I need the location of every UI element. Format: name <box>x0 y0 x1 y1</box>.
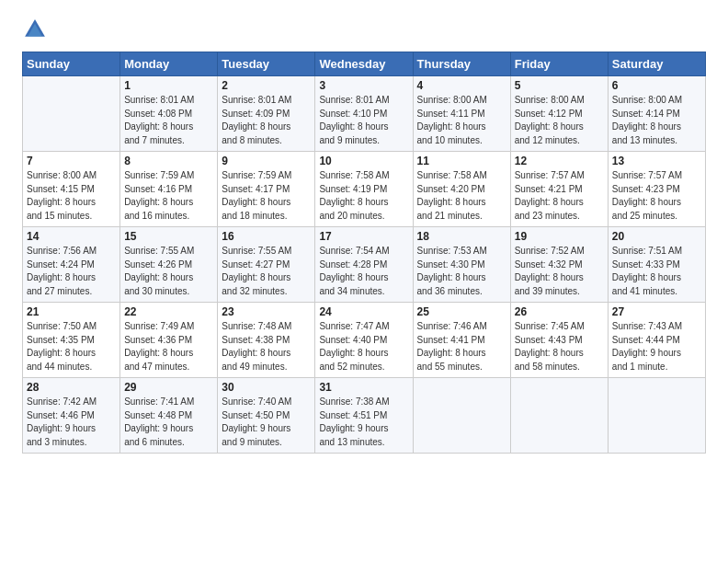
calendar-header-row: SundayMondayTuesdayWednesdayThursdayFrid… <box>23 52 706 76</box>
cell-info: Sunrise: 7:46 AM Sunset: 4:41 PM Dayligh… <box>417 320 506 373</box>
cell-info: Sunrise: 8:00 AM Sunset: 4:11 PM Dayligh… <box>417 94 506 147</box>
calendar-week-row: 7Sunrise: 8:00 AM Sunset: 4:15 PM Daylig… <box>23 152 706 227</box>
calendar-cell: 25Sunrise: 7:46 AM Sunset: 4:41 PM Dayli… <box>413 303 510 378</box>
calendar-week-row: 28Sunrise: 7:42 AM Sunset: 4:46 PM Dayli… <box>23 378 706 454</box>
calendar-cell: 1Sunrise: 8:01 AM Sunset: 4:08 PM Daylig… <box>120 76 218 152</box>
calendar-cell <box>413 378 510 454</box>
calendar-cell: 23Sunrise: 7:48 AM Sunset: 4:38 PM Dayli… <box>218 303 315 378</box>
cell-info: Sunrise: 7:40 AM Sunset: 4:50 PM Dayligh… <box>222 396 311 449</box>
day-number: 27 <box>612 305 701 318</box>
cell-info: Sunrise: 7:59 AM Sunset: 4:16 PM Dayligh… <box>124 169 213 223</box>
day-number: 23 <box>222 305 311 318</box>
cell-info: Sunrise: 7:52 AM Sunset: 4:32 PM Dayligh… <box>515 245 604 298</box>
day-number: 28 <box>27 381 116 394</box>
cell-info: Sunrise: 7:48 AM Sunset: 4:38 PM Dayligh… <box>222 320 311 373</box>
calendar-table: SundayMondayTuesdayWednesdayThursdayFrid… <box>22 52 706 454</box>
weekday-header: Tuesday <box>218 52 315 76</box>
day-number: 2 <box>222 79 311 92</box>
day-number: 11 <box>417 155 506 167</box>
day-number: 26 <box>515 305 604 318</box>
calendar-week-row: 1Sunrise: 8:01 AM Sunset: 4:08 PM Daylig… <box>23 76 706 152</box>
cell-info: Sunrise: 7:57 AM Sunset: 4:21 PM Dayligh… <box>515 169 604 223</box>
cell-info: Sunrise: 7:59 AM Sunset: 4:17 PM Dayligh… <box>222 169 311 223</box>
calendar-cell: 9Sunrise: 7:59 AM Sunset: 4:17 PM Daylig… <box>218 152 315 227</box>
day-number: 12 <box>515 155 604 167</box>
cell-info: Sunrise: 7:38 AM Sunset: 4:51 PM Dayligh… <box>319 396 408 449</box>
weekday-header: Monday <box>120 52 218 76</box>
day-number: 3 <box>319 79 408 92</box>
day-number: 13 <box>612 155 701 167</box>
calendar-cell: 8Sunrise: 7:59 AM Sunset: 4:16 PM Daylig… <box>120 152 218 227</box>
day-number: 30 <box>222 381 311 394</box>
calendar-cell: 10Sunrise: 7:58 AM Sunset: 4:19 PM Dayli… <box>315 152 413 227</box>
day-number: 15 <box>124 230 213 243</box>
day-number: 4 <box>417 79 506 92</box>
day-number: 6 <box>612 79 701 92</box>
cell-info: Sunrise: 7:43 AM Sunset: 4:44 PM Dayligh… <box>612 320 701 373</box>
calendar-cell: 4Sunrise: 8:00 AM Sunset: 4:11 PM Daylig… <box>413 76 510 152</box>
calendar-cell: 22Sunrise: 7:49 AM Sunset: 4:36 PM Dayli… <box>120 303 218 378</box>
calendar-cell: 11Sunrise: 7:58 AM Sunset: 4:20 PM Dayli… <box>413 152 510 227</box>
cell-info: Sunrise: 7:42 AM Sunset: 4:46 PM Dayligh… <box>27 396 116 449</box>
day-number: 16 <box>222 230 311 243</box>
calendar-cell: 13Sunrise: 7:57 AM Sunset: 4:23 PM Dayli… <box>608 152 705 227</box>
weekday-header: Thursday <box>413 52 510 76</box>
cell-info: Sunrise: 7:41 AM Sunset: 4:48 PM Dayligh… <box>124 396 213 449</box>
cell-info: Sunrise: 8:01 AM Sunset: 4:09 PM Dayligh… <box>222 94 311 147</box>
calendar-cell: 16Sunrise: 7:55 AM Sunset: 4:27 PM Dayli… <box>218 227 315 303</box>
weekday-header: Saturday <box>608 52 705 76</box>
cell-info: Sunrise: 7:55 AM Sunset: 4:26 PM Dayligh… <box>124 245 213 298</box>
cell-info: Sunrise: 7:55 AM Sunset: 4:27 PM Dayligh… <box>222 245 311 298</box>
cell-info: Sunrise: 7:51 AM Sunset: 4:33 PM Dayligh… <box>612 245 701 298</box>
logo <box>22 17 51 42</box>
cell-info: Sunrise: 7:54 AM Sunset: 4:28 PM Dayligh… <box>319 245 408 298</box>
day-number: 17 <box>319 230 408 243</box>
calendar-week-row: 21Sunrise: 7:50 AM Sunset: 4:35 PM Dayli… <box>23 303 706 378</box>
cell-info: Sunrise: 8:00 AM Sunset: 4:14 PM Dayligh… <box>612 94 701 147</box>
day-number: 21 <box>27 305 116 318</box>
day-number: 5 <box>515 79 604 92</box>
calendar-cell <box>23 76 120 152</box>
cell-info: Sunrise: 7:56 AM Sunset: 4:24 PM Dayligh… <box>27 245 116 298</box>
cell-info: Sunrise: 8:00 AM Sunset: 4:15 PM Dayligh… <box>27 169 116 223</box>
calendar-cell: 29Sunrise: 7:41 AM Sunset: 4:48 PM Dayli… <box>120 378 218 454</box>
day-number: 18 <box>417 230 506 243</box>
day-number: 22 <box>124 305 213 318</box>
calendar-cell: 5Sunrise: 8:00 AM Sunset: 4:12 PM Daylig… <box>510 76 608 152</box>
calendar-cell: 18Sunrise: 7:53 AM Sunset: 4:30 PM Dayli… <box>413 227 510 303</box>
cell-info: Sunrise: 8:01 AM Sunset: 4:10 PM Dayligh… <box>319 94 408 147</box>
day-number: 1 <box>124 79 213 92</box>
cell-info: Sunrise: 7:57 AM Sunset: 4:23 PM Dayligh… <box>612 169 701 223</box>
logo-icon <box>22 17 48 42</box>
calendar-cell: 24Sunrise: 7:47 AM Sunset: 4:40 PM Dayli… <box>315 303 413 378</box>
calendar-cell <box>608 378 705 454</box>
cell-info: Sunrise: 7:58 AM Sunset: 4:20 PM Dayligh… <box>417 169 506 223</box>
weekday-header: Wednesday <box>315 52 413 76</box>
calendar-cell: 28Sunrise: 7:42 AM Sunset: 4:46 PM Dayli… <box>23 378 120 454</box>
calendar-cell: 6Sunrise: 8:00 AM Sunset: 4:14 PM Daylig… <box>608 76 705 152</box>
calendar-cell: 7Sunrise: 8:00 AM Sunset: 4:15 PM Daylig… <box>23 152 120 227</box>
day-number: 24 <box>319 305 408 318</box>
calendar-cell: 15Sunrise: 7:55 AM Sunset: 4:26 PM Dayli… <box>120 227 218 303</box>
day-number: 19 <box>515 230 604 243</box>
day-number: 9 <box>222 155 311 167</box>
calendar-cell: 26Sunrise: 7:45 AM Sunset: 4:43 PM Dayli… <box>510 303 608 378</box>
day-number: 8 <box>124 155 213 167</box>
calendar-cell: 19Sunrise: 7:52 AM Sunset: 4:32 PM Dayli… <box>510 227 608 303</box>
cell-info: Sunrise: 7:49 AM Sunset: 4:36 PM Dayligh… <box>124 320 213 373</box>
calendar-cell: 30Sunrise: 7:40 AM Sunset: 4:50 PM Dayli… <box>218 378 315 454</box>
calendar-cell: 21Sunrise: 7:50 AM Sunset: 4:35 PM Dayli… <box>23 303 120 378</box>
header <box>22 17 706 42</box>
day-number: 20 <box>612 230 701 243</box>
calendar-cell: 2Sunrise: 8:01 AM Sunset: 4:09 PM Daylig… <box>218 76 315 152</box>
cell-info: Sunrise: 7:45 AM Sunset: 4:43 PM Dayligh… <box>515 320 604 373</box>
cell-info: Sunrise: 7:47 AM Sunset: 4:40 PM Dayligh… <box>319 320 408 373</box>
day-number: 7 <box>27 155 116 167</box>
calendar-cell: 27Sunrise: 7:43 AM Sunset: 4:44 PM Dayli… <box>608 303 705 378</box>
day-number: 10 <box>319 155 408 167</box>
calendar-cell <box>510 378 608 454</box>
day-number: 29 <box>124 381 213 394</box>
calendar-cell: 31Sunrise: 7:38 AM Sunset: 4:51 PM Dayli… <box>315 378 413 454</box>
page: SundayMondayTuesdayWednesdayThursdayFrid… <box>0 0 728 463</box>
calendar-cell: 20Sunrise: 7:51 AM Sunset: 4:33 PM Dayli… <box>608 227 705 303</box>
